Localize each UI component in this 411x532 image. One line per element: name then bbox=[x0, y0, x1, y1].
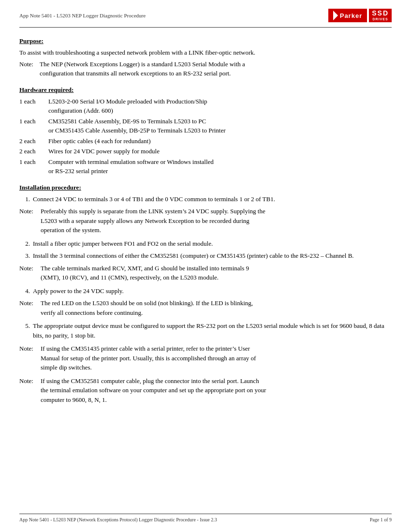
step-text-5: The appropriate output device must be co… bbox=[33, 321, 392, 340]
step-text-1: Connect 24 VDC to terminals 3 or 4 of TB… bbox=[33, 194, 392, 204]
final-note-1: Note: If using the CM351435 printer cabl… bbox=[19, 344, 392, 372]
purpose-note-line1: The NEP (Network Exceptions Logger) is a… bbox=[40, 59, 392, 69]
purpose-note-line2: configuration that transmits all network… bbox=[40, 69, 392, 78]
install-step-1: 1. Connect 24 VDC to terminals 3 or 4 of… bbox=[19, 194, 392, 204]
hw-qty-2: 2 each bbox=[19, 136, 48, 146]
step-text-3: Install the 3 terminal connections of ei… bbox=[33, 251, 392, 261]
final-note-content-1: If using the CM351435 printer cable with… bbox=[41, 344, 392, 372]
hw-desc-2: Fiber optic cables (4 each for redundant… bbox=[48, 136, 392, 146]
purpose-note: Note: The NEP (Network Exceptions Logger… bbox=[19, 59, 392, 78]
note-after-step3: Note: The cable terminals marked RCV, XM… bbox=[19, 264, 392, 282]
purpose-section: Purpose: To assist with troubleshooting … bbox=[19, 37, 392, 78]
drives-text: DRIVES bbox=[373, 17, 388, 21]
step-text-4: Apply power to the 24 VDC supply. bbox=[33, 286, 392, 296]
parker-arrow-icon bbox=[333, 11, 338, 20]
step-num-4: 4. bbox=[19, 286, 30, 296]
installation-title: Installation procedure: bbox=[19, 184, 392, 192]
step-text-2: Install a fiber optic jumper between FO1… bbox=[33, 239, 392, 249]
install-step-2: 2. Install a fiber optic jumper between … bbox=[19, 239, 392, 249]
hw-qty-3: 2 each bbox=[19, 147, 48, 156]
hw-row-3: 2 each Wires for 24 VDC power supply for… bbox=[19, 147, 392, 156]
note-content-3: The cable terminals marked RCV, XMT, and… bbox=[41, 264, 392, 282]
document-page: App Note 5401 - L5203 NEP Logger Diagnos… bbox=[0, 0, 411, 532]
note-content-4: The red LED on the L5203 should be on so… bbox=[41, 298, 392, 317]
installation-section: Installation procedure: 1. Connect 24 VD… bbox=[19, 184, 392, 405]
logo-area: Parker SSD DRIVES bbox=[328, 9, 392, 22]
hardware-table: 1 each L5203-2-00 Serial I/O Module prel… bbox=[19, 97, 392, 176]
purpose-line1: To assist with troubleshooting a suspect… bbox=[19, 48, 392, 58]
purpose-title: Purpose: bbox=[19, 37, 392, 45]
purpose-note-label: Note: bbox=[19, 59, 38, 78]
hw-qty-1: 1 each bbox=[19, 117, 48, 135]
hw-qty-0: 1 each bbox=[19, 97, 48, 116]
step-num-3: 3. bbox=[19, 251, 30, 261]
final-note-content-2: If using the CM352581 computer cable, pl… bbox=[41, 376, 392, 405]
final-note-label-1: Note: bbox=[19, 344, 39, 372]
hw-desc-3: Wires for 24 VDC power supply for module bbox=[48, 147, 392, 156]
note-after-step1: Note: Preferably this supply is separate… bbox=[19, 207, 392, 235]
final-note-label-2: Note: bbox=[19, 376, 39, 405]
step-num-2: 2. bbox=[19, 239, 30, 249]
ssd-text: SSD bbox=[372, 10, 389, 17]
hw-desc-4: Computer with terminal emulation softwar… bbox=[48, 157, 392, 176]
hw-desc-0: L5203-2-00 Serial I/O Module preloaded w… bbox=[48, 97, 392, 116]
footer-left-text: App Note 5401 - L5203 NEP (Network Excep… bbox=[19, 517, 217, 522]
purpose-note-content: The NEP (Network Exceptions Logger) is a… bbox=[40, 59, 392, 78]
hw-row-4: 1 each Computer with terminal emulation … bbox=[19, 157, 392, 176]
hw-row-0: 1 each L5203-2-00 Serial I/O Module prel… bbox=[19, 97, 392, 116]
note-content-1: Preferably this supply is separate from … bbox=[41, 207, 392, 235]
hw-row-2: 2 each Fiber optic cables (4 each for re… bbox=[19, 136, 392, 146]
footer-right-text: Page 1 of 9 bbox=[370, 517, 392, 522]
install-step-5: 5. The appropriate output device must be… bbox=[19, 321, 392, 340]
final-note-2: Note: If using the CM352581 computer cab… bbox=[19, 376, 392, 405]
page-header: App Note 5401 - L5203 NEP Logger Diagnos… bbox=[0, 0, 411, 25]
hw-row-1: 1 each CM352581 Cable Assembly, DE-9S to… bbox=[19, 117, 392, 135]
parker-logo: Parker bbox=[328, 9, 367, 22]
hw-qty-4: 1 each bbox=[19, 157, 48, 176]
main-content: Purpose: To assist with troubleshooting … bbox=[0, 28, 411, 428]
note-label-1: Note: bbox=[19, 207, 39, 235]
install-step-3: 3. Install the 3 terminal connections of… bbox=[19, 251, 392, 261]
step-num-1: 1. bbox=[19, 194, 30, 204]
hw-desc-1: CM352581 Cable Assembly, DE-9S to Termin… bbox=[48, 117, 392, 135]
step-num-5: 5. bbox=[19, 321, 30, 340]
header-title: App Note 5401 - L5203 NEP Logger Diagnos… bbox=[19, 13, 146, 18]
note-label-3: Note: bbox=[19, 264, 39, 282]
hardware-section: Hardware required: 1 each L5203-2-00 Ser… bbox=[19, 86, 392, 176]
parker-text: Parker bbox=[340, 12, 362, 19]
note-label-4: Note: bbox=[19, 298, 39, 317]
hardware-title: Hardware required: bbox=[19, 86, 392, 94]
page-footer: App Note 5401 - L5203 NEP (Network Excep… bbox=[19, 514, 392, 522]
ssd-logo: SSD DRIVES bbox=[369, 9, 392, 22]
install-step-4: 4. Apply power to the 24 VDC supply. bbox=[19, 286, 392, 296]
note-after-step4: Note: The red LED on the L5203 should be… bbox=[19, 298, 392, 317]
